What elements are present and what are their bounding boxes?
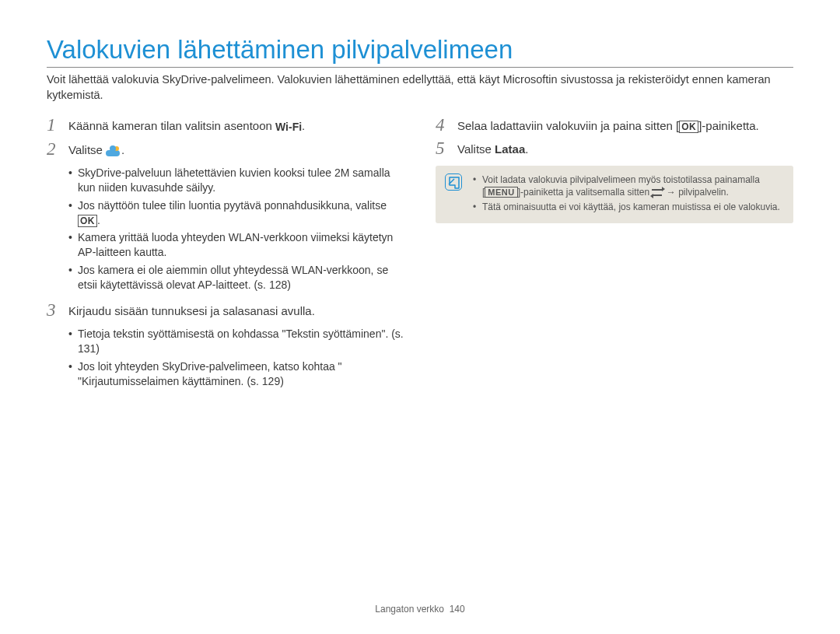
step-1-post: . xyxy=(302,119,305,132)
bullet-item: Jos näyttöön tulee tilin luontia pyytävä… xyxy=(78,198,404,228)
step-2-bullets: SkyDrive-palveluun lähetettävien kuvien … xyxy=(47,166,404,292)
footer-page-number: 140 xyxy=(450,604,465,615)
note-item: Tätä ominaisuutta ei voi käyttää, jos ka… xyxy=(473,201,782,213)
page-footer: Langaton verkko 140 xyxy=(0,604,840,615)
cloud-icon xyxy=(106,145,121,156)
bullet-item: Jos loit yhteyden SkyDrive-palvelimeen, … xyxy=(78,359,404,389)
step-number: 4 xyxy=(436,115,445,135)
wifi-icon: Wi-Fi xyxy=(275,121,302,133)
step-4-text: Selaa ladattaviin valokuviin ja paina si… xyxy=(457,119,759,132)
step-5: 5 Valitse Lataa. xyxy=(436,142,793,157)
note-item: Voit ladata valokuvia pilvipalvelimeen m… xyxy=(473,173,782,198)
bullet-item: Kamera yrittää luoda yhteyden WLAN-verkk… xyxy=(78,230,404,260)
step-5-post: . xyxy=(525,142,528,156)
step-2-text: Valitse . xyxy=(68,143,124,156)
left-column: 1 Käännä kameran tilan valitsin asentoon… xyxy=(47,118,404,400)
step-3-bullets: Tietoja tekstin syöttämisestä on kohdass… xyxy=(47,327,404,389)
ok-icon: OK xyxy=(78,215,97,227)
footer-section: Langaton verkko xyxy=(375,604,444,615)
step-3: 3 Kirjaudu sisään tunnuksesi ja salasana… xyxy=(47,303,404,319)
step-1: 1 Käännä kameran tilan valitsin asentoon… xyxy=(47,118,404,134)
note1-c: → pilvipalvelin. xyxy=(663,187,728,198)
step-4: 4 Selaa ladattaviin valokuviin ja paina … xyxy=(436,118,793,134)
bullet-item: SkyDrive-palveluun lähetettävien kuvien … xyxy=(78,166,404,195)
swap-icon xyxy=(652,187,663,198)
step-4-post: ]-painiketta. xyxy=(698,119,759,132)
bullet-item: Tietoja tekstin syöttämisestä on kohdass… xyxy=(78,327,404,356)
bullet-item: Jos kamera ei ole aiemmin ollut yhteydes… xyxy=(78,263,404,292)
step-2: 2 Valitse . xyxy=(47,142,404,158)
step-1-pre: Käännä kameran tilan valitsin asentoon xyxy=(68,119,275,132)
note1-b: ]-painiketta ja valitsemalla sitten xyxy=(518,187,653,198)
ok-icon: OK xyxy=(679,121,698,133)
step-number: 1 xyxy=(47,115,56,135)
intro-paragraph: Voit lähettää valokuvia SkyDrive-palveli… xyxy=(47,72,793,103)
step-number: 2 xyxy=(47,139,56,159)
step-3-text: Kirjaudu sisään tunnuksesi ja salasanasi… xyxy=(68,304,315,317)
note-box: Voit ladata valokuvia pilvipalvelimeen m… xyxy=(436,166,793,224)
step-2-post: . xyxy=(121,143,124,156)
step-5-pre: Valitse xyxy=(457,142,495,156)
step-1-text: Käännä kameran tilan valitsin asentoon W… xyxy=(68,119,305,132)
page-title: Valokuvien lähettäminen pilvipalvelimeen xyxy=(47,35,793,68)
right-column: 4 Selaa ladattaviin valokuviin ja paina … xyxy=(436,118,793,400)
step-number: 5 xyxy=(436,138,445,159)
step-5-bold: Lataa xyxy=(495,142,525,156)
two-column-layout: 1 Käännä kameran tilan valitsin asentoon… xyxy=(47,118,793,400)
menu-icon: MENU xyxy=(485,187,517,198)
note-icon xyxy=(445,173,462,191)
step-2-pre: Valitse xyxy=(68,143,106,156)
bullet-text: Jos näyttöön tulee tilin luontia pyytävä… xyxy=(78,199,387,212)
step-5-text: Valitse Lataa. xyxy=(457,142,528,156)
step-4-pre: Selaa ladattaviin valokuviin ja paina si… xyxy=(457,119,679,132)
step-number: 3 xyxy=(47,300,56,321)
